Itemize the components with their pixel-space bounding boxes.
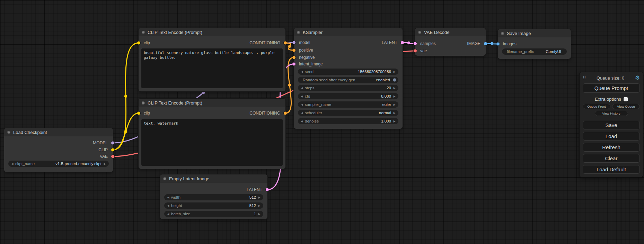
widget-value: 8.000 [381, 94, 391, 98]
next-value-arrow-icon[interactable]: ▶ [392, 95, 397, 98]
widget-batch-size[interactable]: ◀ batch_size 1 ▶ [164, 211, 263, 217]
next-value-arrow-icon[interactable]: ▶ [392, 120, 397, 123]
node-title-bar[interactable]: VAE Decode [415, 28, 486, 36]
output-port-clip[interactable] [111, 148, 114, 152]
prev-value-arrow-icon[interactable]: ◀ [10, 162, 15, 165]
clear-button[interactable]: Clear [583, 154, 640, 163]
input-slot-vae: vae [415, 47, 486, 54]
load-button[interactable]: Load [583, 132, 640, 141]
drag-handle-icon[interactable]: ⠿ [583, 75, 586, 81]
next-value-arrow-icon[interactable]: ▶ [103, 162, 107, 165]
prev-value-arrow-icon[interactable]: ◀ [300, 111, 304, 115]
widget-width[interactable]: ◀ width 512 ▶ [164, 194, 263, 200]
prev-value-arrow-icon[interactable]: ◀ [300, 87, 304, 90]
node-save-image[interactable]: Save Image images filename_prefix ComfyU… [498, 29, 571, 59]
node-title-bar[interactable]: KSampler [294, 28, 403, 36]
output-port-conditioning[interactable] [284, 42, 287, 45]
node-title-bar[interactable]: CLIP Text Encode (Prompt) [139, 28, 285, 36]
link-midpoint-samples-latent [407, 42, 410, 44]
settings-gear-icon[interactable]: ⚙ [635, 75, 640, 81]
widget-filename-prefix[interactable]: filename_prefix ComfyUI [502, 48, 567, 55]
refresh-button[interactable]: Refresh [583, 143, 640, 152]
widget-ckpt-name[interactable]: ◀ ckpt_name v1-5-pruned-emaonly.ckpt ▶ [8, 161, 109, 167]
node-clip-text-encode-negative[interactable]: CLIP Text Encode (Prompt) clip CONDITION… [139, 99, 285, 169]
view-queue-button[interactable]: View Queue [612, 104, 640, 109]
widget-label: denoise [305, 119, 319, 123]
extra-options-checkbox[interactable] [624, 97, 628, 101]
next-value-arrow-icon[interactable]: ▶ [392, 103, 397, 106]
prev-value-arrow-icon[interactable]: ◀ [166, 196, 170, 199]
node-title-bar[interactable]: Empty Latent Image [160, 174, 267, 183]
output-port-conditioning[interactable] [284, 112, 287, 115]
next-value-arrow-icon[interactable]: ▶ [392, 111, 397, 115]
view-history-button[interactable]: View History [595, 111, 628, 116]
node-collapse-dot[interactable] [297, 31, 300, 34]
widget-value: 20 [387, 86, 391, 90]
widget-label: seed [305, 70, 314, 74]
input-port-images[interactable] [496, 43, 500, 46]
widget-steps[interactable]: ◀ steps 20 ▶ [298, 85, 398, 91]
node-vae-decode[interactable]: VAE Decode samples vae IMAGE [415, 28, 486, 56]
prev-value-arrow-icon[interactable]: ◀ [300, 103, 304, 106]
toggle-knob-icon[interactable] [393, 78, 396, 82]
node-collapse-dot[interactable] [142, 101, 145, 105]
widget-denoise[interactable]: ◀ denoise 1.000 ▶ [298, 118, 398, 124]
prev-value-arrow-icon[interactable]: ◀ [300, 120, 304, 123]
input-port-vae[interactable] [414, 49, 417, 53]
widget-value: 1.000 [381, 119, 391, 123]
node-title-bar[interactable]: Load Checkpoint [4, 128, 113, 136]
next-value-arrow-icon[interactable]: ▶ [392, 70, 397, 73]
queue-prompt-button[interactable]: Queue Prompt [583, 83, 640, 93]
input-port-latent-image[interactable] [292, 63, 295, 66]
load-default-button[interactable]: Load Default [583, 165, 640, 174]
widget-seed[interactable]: ◀ seed 156680208700286 ▶ [298, 69, 398, 75]
prev-value-arrow-icon[interactable]: ◀ [166, 213, 170, 216]
widget-label: width [171, 195, 180, 199]
widget-value: ComfyUI [546, 49, 561, 54]
widget-label: cfg [305, 94, 310, 98]
input-label-images: images [503, 42, 517, 46]
node-title-bar[interactable]: CLIP Text Encode (Prompt) [139, 99, 285, 107]
prompt-textarea[interactable]: text, watermark [141, 119, 283, 166]
node-load-checkpoint[interactable]: Load Checkpoint MODEL CLIP VAE ◀ ckpt_na… [4, 128, 113, 172]
prev-value-arrow-icon[interactable]: ◀ [300, 70, 304, 73]
node-clip-text-encode-positive[interactable]: CLIP Text Encode (Prompt) clip CONDITION… [139, 28, 285, 91]
node-title: Empty Latent Image [169, 176, 209, 181]
node-title: Save Image [507, 31, 531, 36]
output-port-latent[interactable] [401, 41, 404, 44]
output-port-image[interactable] [484, 42, 487, 45]
widget-control-after-generate[interactable]: Random seed after every gen enabled [298, 77, 398, 83]
input-port-negative[interactable] [292, 56, 295, 59]
prev-value-arrow-icon[interactable]: ◀ [300, 95, 304, 98]
prompt-textarea[interactable]: beautiful scenery nature glass bottle la… [141, 48, 283, 88]
widget-label: steps [305, 86, 315, 90]
widget-value: euler [382, 102, 391, 107]
input-port-positive[interactable] [292, 49, 295, 52]
queue-front-button[interactable]: Queue Front [583, 104, 610, 109]
next-value-arrow-icon[interactable]: ▶ [257, 204, 262, 207]
node-title-bar[interactable]: Save Image [498, 29, 571, 37]
node-collapse-dot[interactable] [163, 177, 166, 180]
widget-sampler-name[interactable]: ◀ sampler_name euler ▶ [298, 101, 398, 108]
save-button[interactable]: Save [583, 121, 640, 129]
widget-label: height [171, 204, 182, 208]
next-value-arrow-icon[interactable]: ▶ [392, 87, 397, 90]
prev-value-arrow-icon[interactable]: ◀ [166, 204, 170, 207]
widget-label: batch_size [171, 212, 190, 216]
next-value-arrow-icon[interactable]: ▶ [257, 213, 262, 216]
node-ksampler[interactable]: KSampler model positive negative latent_… [294, 28, 403, 129]
node-collapse-dot[interactable] [501, 32, 504, 35]
graph-canvas[interactable]: Load Checkpoint MODEL CLIP VAE ◀ ckpt_na… [0, 0, 644, 244]
output-port-model[interactable] [111, 142, 114, 145]
node-empty-latent-image[interactable]: Empty Latent Image LATENT ◀ width 512 ▶ … [160, 174, 267, 219]
next-value-arrow-icon[interactable]: ▶ [257, 196, 262, 199]
widget-cfg[interactable]: ◀ cfg 8.000 ▶ [298, 93, 398, 99]
node-collapse-dot[interactable] [418, 31, 421, 34]
widget-height[interactable]: ◀ height 512 ▶ [164, 202, 263, 209]
output-port-latent[interactable] [266, 188, 269, 191]
output-port-vae[interactable] [111, 155, 114, 158]
node-collapse-dot[interactable] [7, 131, 10, 134]
node-collapse-dot[interactable] [142, 31, 145, 34]
widget-scheduler[interactable]: ◀ scheduler normal ▶ [298, 110, 398, 116]
output-label-conditioning: CONDITIONING [249, 40, 280, 45]
